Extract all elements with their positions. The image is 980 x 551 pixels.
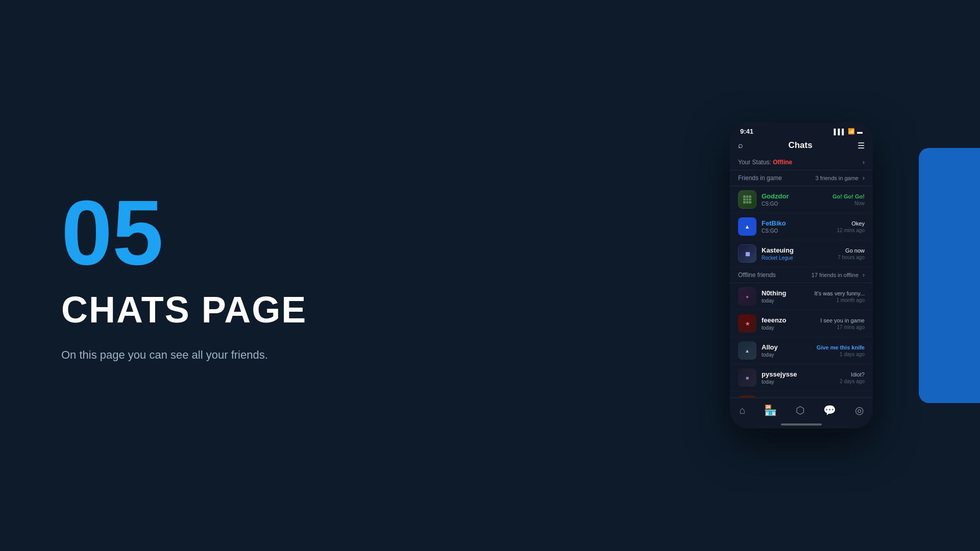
avatar-alloy: ▲: [738, 341, 756, 360]
right-area: 9:41 ▌▌▌ 📶 ▬ ⌕ Chats ☰ Your Status: Offl…: [623, 0, 980, 551]
friend-item-pyssejysse[interactable]: ■ pyssejysse today Idiot? 2 days ago: [730, 364, 873, 391]
friend-name-feeenzo: feeenzo: [762, 316, 815, 325]
friends-in-game-count: 3 friends in game: [816, 175, 859, 181]
friend-name-n0thing: N0thing: [762, 289, 810, 298]
friend-time-n0thing: 1 month ago: [815, 297, 865, 303]
home-indicator: [730, 420, 873, 429]
status-bar: 9:41 ▌▌▌ 📶 ▬: [730, 122, 873, 137]
friend-time-alloy: 1 days ago: [817, 352, 865, 357]
friend-name-godzdor: Godzdor: [762, 192, 827, 201]
friend-time-godzdor: Now: [832, 201, 865, 206]
friend-item-fetbiko[interactable]: ▲ FetBiko CS:GO Okey 12 mins ago: [730, 213, 873, 240]
page-title: CHATS PAGE: [61, 289, 623, 331]
friend-info-kasteuing: Kasteuing Rocket Legue: [762, 246, 832, 261]
blue-bg-shape: [919, 148, 980, 403]
status-value: Offline: [773, 159, 792, 166]
offline-friends-count-area: 17 friends in offline ›: [812, 271, 865, 279]
friend-time-feeenzo: 17 mins ago: [820, 324, 865, 330]
friend-meta-godzdor: Go! Go! Go! Now: [832, 193, 865, 206]
battery-icon: ▬: [857, 129, 863, 135]
your-status-row[interactable]: Your Status: Offline ›: [730, 155, 873, 170]
header-title: Chats: [788, 140, 812, 151]
friend-item-n0thing[interactable]: ● N0thing today It's was very funny... 1…: [730, 283, 873, 310]
phone-content[interactable]: Your Status: Offline › Friends in game 3…: [730, 155, 873, 397]
friend-info-godzdor: Godzdor CS:GO: [762, 192, 827, 207]
friend-sub-pyssejysse: today: [762, 379, 835, 385]
friend-meta-n0thing: It's was very funny... 1 month ago: [815, 290, 865, 303]
nav-home[interactable]: ⌂: [735, 403, 749, 418]
app-header: ⌕ Chats ☰: [730, 137, 873, 155]
friend-item-godzdor[interactable]: Godzdor CS:GO Go! Go! Go! Now: [730, 186, 873, 213]
avatar-godzdor: [738, 190, 756, 209]
status-chevron-icon: ›: [863, 159, 865, 166]
friends-in-game-header[interactable]: Friends in game 3 friends in game ›: [730, 170, 873, 186]
friend-message-alloy: Give me this knife: [817, 344, 865, 350]
nav-store[interactable]: 🏪: [760, 402, 781, 418]
friend-meta-alloy: Give me this knife 1 days ago: [817, 344, 865, 357]
chat-nav-icon: 💬: [823, 404, 836, 416]
friend-meta-fetbiko: Okey 12 mins ago: [837, 220, 865, 233]
friend-message-n0thing: It's was very funny...: [815, 290, 865, 296]
menu-icon[interactable]: ☰: [857, 141, 865, 151]
avatar-feeenzo: ★: [738, 314, 756, 333]
profile-nav-icon: ◎: [855, 404, 864, 416]
friend-info-alloy: Alloy today: [762, 343, 812, 358]
friend-info-fetbiko: FetBiko CS:GO: [762, 219, 832, 234]
friend-message-pyssejysse: Idiot?: [840, 371, 865, 378]
friends-in-game-count-area: 3 friends in game ›: [816, 174, 865, 182]
avatar-pyssejysse: ■: [738, 368, 756, 387]
friend-time-fetbiko: 12 mins ago: [837, 228, 865, 233]
home-bar: [781, 423, 822, 425]
friend-meta-kasteuing: Go now 7 hours ago: [838, 247, 865, 260]
store-nav-icon: 🏪: [764, 404, 777, 416]
friend-meta-feeenzo: I see you in game 17 mins ago: [820, 317, 865, 330]
shield-nav-icon: ⬡: [796, 404, 804, 416]
friend-message-kasteuing: Go now: [838, 247, 865, 254]
friend-time-pyssejysse: 2 days ago: [840, 379, 865, 384]
friend-info-feeenzo: feeenzo today: [762, 316, 815, 331]
friend-message-fetbiko: Okey: [837, 220, 865, 227]
friend-game-fetbiko: CS:GO: [762, 228, 832, 234]
bottom-nav: ⌂ 🏪 ⬡ 💬 ◎: [730, 397, 873, 420]
left-content: 05 CHATS PAGE On this page you can see a…: [0, 187, 623, 364]
avatar-fetbiko: ▲: [738, 217, 756, 236]
avatar-kasteuing: ▦: [738, 244, 756, 263]
page-description: On this page you can see all your friend…: [61, 346, 276, 364]
friend-message-godzdor: Go! Go! Go!: [832, 193, 865, 199]
friend-item-alloy[interactable]: ▲ Alloy today Give me this knife 1 days …: [730, 337, 873, 364]
your-status-label: Your Status: Offline: [738, 159, 792, 166]
offline-friends-chevron-icon: ›: [863, 271, 865, 279]
home-nav-icon: ⌂: [739, 405, 745, 416]
friend-info-n0thing: N0thing today: [762, 289, 810, 304]
friend-name-alloy: Alloy: [762, 343, 812, 352]
status-icons: ▌▌▌ 📶 ▬: [834, 128, 863, 135]
friend-name-kasteuing: Kasteuing: [762, 246, 832, 255]
nav-chat[interactable]: 💬: [819, 402, 840, 418]
friend-message-feeenzo: I see you in game: [820, 317, 865, 323]
offline-friends-label: Offline friends: [738, 271, 776, 279]
friend-game-godzdor: CS:GO: [762, 201, 827, 207]
nav-shield[interactable]: ⬡: [792, 402, 808, 418]
signal-icon: ▌▌▌: [834, 129, 846, 135]
phone-mockup: 9:41 ▌▌▌ 📶 ▬ ⌕ Chats ☰ Your Status: Offl…: [730, 122, 873, 429]
friend-item-tony-stark[interactable]: ❤ Tony Stark today I am Iron Man?: [730, 391, 873, 397]
status-time: 9:41: [740, 128, 753, 135]
friend-item-feeenzo[interactable]: ★ feeenzo today I see you in game 17 min…: [730, 310, 873, 337]
friend-item-kasteuing[interactable]: ▦ Kasteuing Rocket Legue Go now 7 hours …: [730, 240, 873, 267]
friends-in-game-label: Friends in game: [738, 174, 782, 182]
page-number: 05: [61, 187, 623, 279]
friend-sub-n0thing: today: [762, 298, 810, 304]
friends-in-game-chevron-icon: ›: [863, 174, 865, 182]
avatar-n0thing: ●: [738, 287, 756, 306]
search-icon[interactable]: ⌕: [738, 141, 743, 150]
nav-profile[interactable]: ◎: [851, 402, 868, 418]
friend-name-fetbiko: FetBiko: [762, 219, 832, 228]
friend-time-kasteuing: 7 hours ago: [838, 255, 865, 260]
offline-friends-count: 17 friends in offline: [812, 272, 859, 278]
friend-info-pyssejysse: pyssejysse today: [762, 370, 835, 385]
friend-meta-pyssejysse: Idiot? 2 days ago: [840, 371, 865, 384]
friend-game-kasteuing: Rocket Legue: [762, 255, 832, 261]
offline-friends-header[interactable]: Offline friends 17 friends in offline ›: [730, 267, 873, 283]
friend-sub-feeenzo: today: [762, 325, 815, 331]
friend-sub-alloy: today: [762, 352, 812, 358]
